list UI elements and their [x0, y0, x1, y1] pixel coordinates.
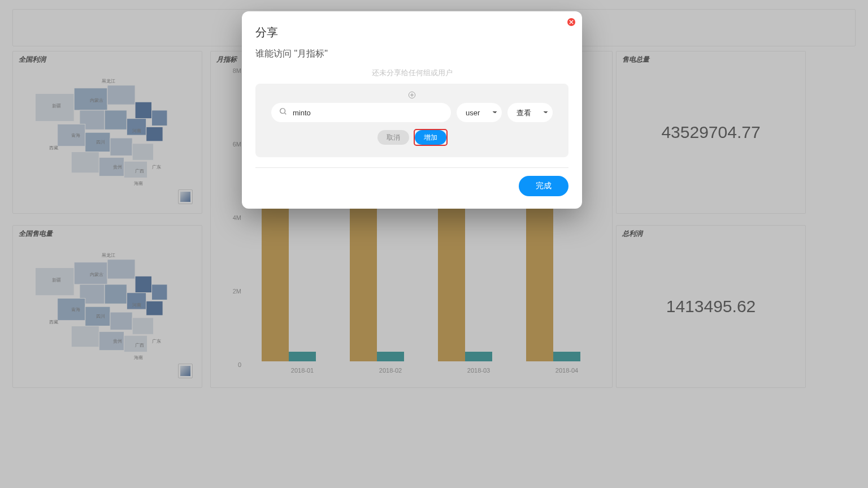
share-type-select[interactable]: usergroup: [457, 103, 502, 122]
add-share-panel: usergroup 查看编辑 取消 增加: [255, 84, 568, 157]
done-button[interactable]: 完成: [519, 176, 568, 196]
add-button[interactable]: 增加: [415, 130, 446, 145]
plus-icon: [271, 89, 553, 100]
modal-title: 分享: [255, 25, 568, 40]
page-root: 全国利润: [0, 0, 868, 488]
empty-state-text: 还未分享给任何组或用户: [255, 68, 568, 78]
share-search-wrap: [271, 103, 451, 122]
highlight-box: 增加: [415, 130, 446, 145]
share-permission-select[interactable]: 查看编辑: [507, 103, 553, 122]
cancel-button[interactable]: 取消: [377, 130, 409, 145]
share-search-input[interactable]: [292, 108, 443, 118]
modal-subtitle: 谁能访问 "月指标": [255, 48, 568, 60]
close-icon[interactable]: [567, 18, 575, 26]
svg-point-55: [280, 109, 285, 114]
share-modal: 分享 谁能访问 "月指标" 还未分享给任何组或用户 usergroup 查看编辑…: [242, 11, 582, 209]
divider: [255, 167, 568, 168]
search-icon: [279, 107, 287, 118]
